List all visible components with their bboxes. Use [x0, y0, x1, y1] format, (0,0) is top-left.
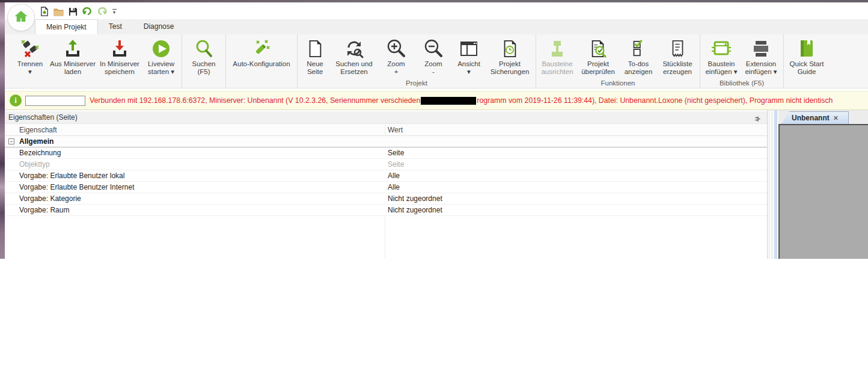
new-page-icon — [306, 37, 324, 60]
title-bar — [5, 2, 868, 19]
auto-konfiguration-button[interactable]: Auto-Konfiguration — [228, 36, 295, 79]
redaction-bar — [421, 97, 476, 105]
projekt-sicherungen-button[interactable]: Projekt Sicherungen — [486, 36, 534, 79]
collapse-expander-icon[interactable]: − — [8, 138, 14, 144]
splitter-highlight — [774, 110, 777, 259]
view-icon — [459, 37, 478, 60]
parts-list-icon — [668, 37, 686, 60]
ribbon: Trennen ▾ Aus Miniserver laden — [5, 34, 868, 88]
trennen-button[interactable]: Trennen ▾ — [11, 36, 49, 79]
insert-extension-icon — [751, 37, 771, 60]
upload-icon — [63, 37, 82, 60]
suchen-f5-button[interactable]: Suchen (F5) — [184, 36, 224, 79]
bausteine-ausrichten-button[interactable]: Bausteine ausrichten — [538, 36, 576, 79]
properties-panel-title: Eigenschaften (Seite) — [5, 111, 767, 123]
extension-einfuegen-button[interactable]: Extension einfügen ▾ — [741, 36, 781, 79]
new-file-icon[interactable] — [38, 6, 49, 17]
save-icon[interactable] — [67, 6, 78, 17]
property-row[interactable]: Objekttyp Seite — [5, 159, 767, 170]
zoom-in-icon — [387, 37, 406, 60]
status-message: Verbunden mit 192.168.178.6:6372, Minise… — [90, 96, 833, 105]
ribbon-group-bibliothek: Baustein einfügen ▾ Extension einfügen ▾… — [700, 34, 783, 88]
property-row[interactable]: Vorgabe: Erlaubte Benutzer lokal Alle — [5, 170, 767, 182]
status-bar: i Verbunden mit 192.168.178.6:6372, Mini… — [5, 91, 868, 110]
info-icon: i — [10, 94, 22, 107]
property-row[interactable]: Vorgabe: Kategorie Nicht zugeordnet — [5, 193, 767, 205]
zoom-out-button[interactable]: Zoom - — [415, 36, 452, 79]
baustein-einfuegen-button[interactable]: Baustein einfügen ▾ — [702, 36, 741, 79]
property-row[interactable]: Bezeichnung Seite — [5, 147, 767, 159]
align-blocks-icon — [548, 37, 567, 60]
document-tab-unbenannt[interactable]: Unbenannt✕ — [781, 111, 849, 124]
insert-block-icon — [711, 37, 732, 60]
ribbon-group-autokonfig: Auto-Konfiguration — [225, 34, 297, 88]
screen: ▾ Mein Projekt Test Diagnose Trennen — [0, 0, 868, 390]
splitter-line — [772, 110, 772, 259]
home-icon — [13, 8, 29, 26]
ansicht-button[interactable]: Ansicht ▾ — [452, 36, 486, 79]
quick-start-guide-button[interactable]: Quick Start Guide — [786, 36, 828, 79]
status-input[interactable] — [25, 96, 85, 106]
content-area: Eigenschaften (Seite) Eigenschaft Wert −… — [5, 110, 868, 259]
download-icon — [110, 37, 129, 60]
liveview-starten-button[interactable]: Liveview starten ▾ — [142, 36, 180, 79]
stueckliste-erzeugen-button[interactable]: Stückliste erzeugen — [657, 36, 698, 79]
projekt-ueberpruefen-button[interactable]: Projekt überprüfen — [576, 36, 620, 79]
search-icon — [194, 37, 213, 60]
redo-icon[interactable] — [96, 6, 107, 17]
document-area: Unbenannt✕ — [778, 110, 868, 259]
neue-seite-button[interactable]: Neue Seite — [299, 36, 331, 79]
quickstart-icon — [798, 37, 815, 60]
ribbon-group-quickstart: Quick Start Guide — [783, 34, 830, 88]
play-icon — [151, 37, 171, 60]
project-backup-icon — [501, 37, 519, 60]
app-window: ▾ Mein Projekt Test Diagnose Trennen — [5, 2, 868, 259]
properties-column-headers: Eigenschaft Wert — [5, 123, 767, 136]
ribbon-group-projekt: Neue Seite Suchen und Ersetzen — [297, 34, 536, 88]
magic-wand-icon — [252, 37, 271, 60]
property-group-row[interactable]: − Allgemein — [5, 136, 767, 147]
view-tab-strip: Mein Projekt Test Diagnose — [5, 19, 868, 34]
pin-icon[interactable] — [754, 114, 761, 122]
close-icon[interactable]: ✕ — [833, 114, 839, 122]
disconnect-icon — [20, 37, 40, 60]
zoom-in-button[interactable]: Zoom + — [377, 36, 415, 79]
properties-panel: Eigenschaften (Seite) Eigenschaft Wert −… — [5, 110, 768, 259]
aus-miniserver-laden-button[interactable]: Aus Miniserver laden — [49, 36, 97, 79]
panel-splitter[interactable] — [768, 110, 778, 259]
suchen-und-ersetzen-button[interactable]: Suchen und Ersetzen — [331, 36, 377, 79]
zoom-out-icon — [424, 37, 443, 60]
check-project-icon — [589, 37, 607, 60]
toolbar-options-icon[interactable]: ▾ — [111, 7, 118, 16]
tab-mein-projekt[interactable]: Mein Projekt — [35, 19, 98, 34]
property-row[interactable]: Vorgabe: Erlaubte Benutzer Internet Alle — [5, 182, 767, 193]
ribbon-group-funktionen: Bausteine ausrichten Projekt überprüfen — [536, 34, 700, 88]
quick-access-toolbar: ▾ — [38, 5, 118, 17]
in-miniserver-speichern-button[interactable]: In Miniserver speichern — [97, 36, 142, 79]
home-button[interactable] — [7, 4, 35, 31]
todos-anzeigen-button[interactable]: To-dos anzeigen — [620, 36, 657, 79]
desktop-wallpaper-left — [0, 2, 5, 259]
open-folder-icon[interactable] — [53, 6, 64, 17]
column-header-wert[interactable]: Wert — [388, 124, 403, 136]
todos-icon — [629, 37, 647, 60]
ribbon-group-suchen: Suchen (F5) — [182, 34, 225, 88]
property-row[interactable]: Vorgabe: Raum Nicht zugeordnet — [5, 205, 767, 216]
ribbon-group-miniserver: Trennen ▾ Aus Miniserver laden — [10, 34, 182, 88]
undo-icon[interactable] — [82, 6, 93, 17]
tab-diagnose[interactable]: Diagnose — [133, 19, 185, 34]
page-canvas[interactable] — [778, 124, 868, 259]
column-header-eigenschaft[interactable]: Eigenschaft — [19, 124, 57, 136]
tab-test[interactable]: Test — [98, 19, 133, 34]
splitter-line — [769, 110, 769, 259]
search-replace-icon — [344, 37, 364, 60]
